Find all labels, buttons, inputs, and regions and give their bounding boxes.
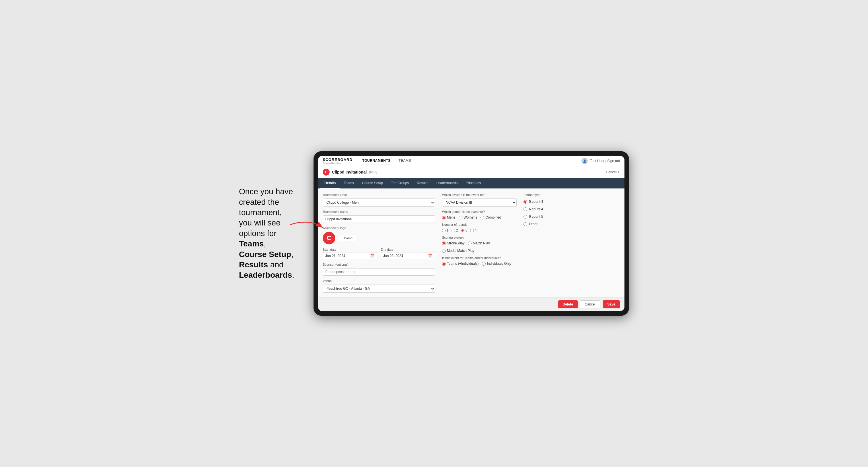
scoring-group: Scoring system Stroke Play Match Play (442, 236, 517, 253)
start-date-group: Start date 📅 (323, 248, 377, 259)
user-nav: 👤 Test User | Sign out (582, 158, 620, 164)
logo-area: SCOREBOARD Powered by clippd (323, 157, 352, 164)
rounds-3-radio[interactable] (461, 229, 464, 232)
scoring-match-label: Match Play (473, 241, 490, 245)
gender-womens-radio[interactable] (459, 216, 462, 219)
scoring-medal-option[interactable]: Medal Match Play (442, 249, 474, 253)
teams-radio-group: Teams (+Individuals) Individuals Only (442, 261, 517, 266)
tournament-title-row: C Clippd Invitational (Men) (323, 169, 377, 176)
rounds-2-option[interactable]: 2 (452, 228, 458, 232)
rounds-4-label: 4 (475, 228, 477, 232)
scoring-match-option[interactable]: Match Play (468, 241, 490, 245)
format-5count4-radio[interactable] (524, 200, 527, 204)
tournament-tag: (Men) (369, 170, 377, 174)
teams-plus-option[interactable]: Teams (+Individuals) (442, 261, 478, 266)
footer-bar: Delete Cancel Save (318, 297, 624, 311)
sponsor-input[interactable] (323, 268, 435, 276)
format-6count4-option[interactable]: 6 count 4 (524, 207, 620, 211)
calendar-icon: 📅 (370, 254, 375, 258)
tournament-name-group: Tournament name (323, 210, 435, 223)
start-date-input[interactable] (325, 254, 368, 258)
tournament-name-input[interactable] (323, 215, 435, 223)
format-6count5-radio[interactable] (524, 215, 527, 219)
tournament-header: C Clippd Invitational (Men) Cancel X (318, 166, 624, 178)
teams-plus-radio[interactable] (442, 262, 446, 266)
individuals-only-label: Individuals Only (487, 261, 511, 266)
logo-subtitle: Powered by clippd (323, 162, 352, 164)
venue-select[interactable]: Peachtree GC - Atlanta - GA (323, 285, 435, 292)
tab-leaderboards[interactable]: Leaderboards (432, 178, 462, 188)
end-date-label: End date (381, 248, 435, 251)
rounds-4-option[interactable]: 4 (470, 228, 477, 232)
rounds-1-option[interactable]: 1 (442, 228, 448, 232)
rounds-3-option[interactable]: 3 (461, 228, 467, 232)
tournament-name: Clippd Invitational (332, 170, 367, 175)
bold-results: Results (239, 260, 268, 269)
nav-tournaments[interactable]: TOURNAMENTS (362, 157, 391, 164)
logo-upload-area: C Upload (323, 232, 435, 244)
tournament-host-label: Tournament Host (323, 193, 435, 196)
user-signout[interactable]: Test User | Sign out (590, 159, 620, 163)
form-col-left: Tournament Host Clippd College - Men Tou… (323, 193, 435, 292)
gender-label: Which gender is the event for? (442, 210, 517, 213)
end-date-input[interactable] (383, 254, 426, 258)
save-button[interactable]: Save (603, 300, 620, 308)
gender-womens-option[interactable]: Womens (459, 215, 477, 219)
end-date-group: End date 📅 (381, 248, 435, 259)
cancel-button[interactable]: Cancel (580, 300, 600, 308)
start-date-wrap: 📅 (323, 252, 377, 259)
scoring-radio-group: Stroke Play Match Play Medal Match Play (442, 241, 517, 253)
rounds-4-radio[interactable] (470, 229, 474, 232)
format-other-option[interactable]: Other (524, 222, 620, 226)
tournament-host-select[interactable]: Clippd College - Men (323, 198, 435, 207)
rounds-1-radio[interactable] (442, 229, 446, 232)
division-group: Which division is the event for? NCAA Di… (442, 193, 517, 207)
format-other-radio[interactable] (524, 222, 527, 226)
rounds-2-radio[interactable] (452, 229, 455, 232)
tab-printables[interactable]: Printables (462, 178, 485, 188)
tab-teams[interactable]: Teams (340, 178, 358, 188)
logo-title: SCOREBOARD (323, 157, 352, 162)
division-select[interactable]: NCAA Division III (442, 198, 517, 207)
tablet-screen: SCOREBOARD Powered by clippd TOURNAMENTS… (318, 156, 624, 311)
format-5count4-option[interactable]: 5 count 4 (524, 200, 620, 204)
format-6count4-radio[interactable] (524, 208, 527, 211)
format-label: Format type (524, 193, 620, 196)
gender-group: Which gender is the event for? Mens Wome… (442, 210, 517, 219)
tournament-cancel-button[interactable]: Cancel X (606, 170, 620, 174)
tab-course-setup[interactable]: Course Setup (358, 178, 387, 188)
tournament-logo-label: Tournament logo (323, 226, 435, 230)
nav-teams[interactable]: TEAMS (398, 157, 412, 164)
tab-details[interactable]: Details (320, 178, 340, 188)
bold-course-setup: Course Setup (239, 250, 291, 259)
delete-button[interactable]: Delete (558, 300, 578, 308)
user-avatar: 👤 (582, 158, 588, 164)
rounds-3-label: 3 (465, 228, 467, 232)
format-6count5-option[interactable]: 6 count 5 (524, 215, 620, 219)
scoring-label: Scoring system (442, 236, 517, 239)
tablet-device: SCOREBOARD Powered by clippd TOURNAMENTS… (313, 151, 629, 316)
tab-results[interactable]: Results (413, 178, 432, 188)
individuals-only-option[interactable]: Individuals Only (482, 261, 511, 266)
tab-tee-groups[interactable]: Tee Groups (387, 178, 413, 188)
scoring-stroke-radio[interactable] (442, 242, 446, 245)
venue-group: Venue Peachtree GC - Atlanta - GA (323, 279, 435, 292)
scoring-medal-radio[interactable] (442, 249, 446, 253)
gender-womens-label: Womens (464, 215, 477, 219)
end-date-wrap: 📅 (381, 252, 435, 259)
individuals-only-radio[interactable] (482, 262, 486, 266)
gender-combined-radio[interactable] (480, 216, 484, 219)
upload-button[interactable]: Upload (339, 235, 356, 241)
scoring-match-radio[interactable] (468, 242, 472, 245)
gender-mens-option[interactable]: Mens (442, 215, 455, 219)
scoring-stroke-option[interactable]: Stroke Play (442, 241, 464, 245)
gender-combined-option[interactable]: Combined (480, 215, 501, 219)
top-navigation: SCOREBOARD Powered by clippd TOURNAMENTS… (318, 156, 624, 166)
form-col-mid: Which division is the event for? NCAA Di… (442, 193, 517, 292)
tournament-name-label: Tournament name (323, 210, 435, 213)
main-content: Tournament Host Clippd College - Men Tou… (318, 188, 624, 297)
gender-mens-radio[interactable] (442, 216, 446, 219)
venue-label: Venue (323, 279, 435, 283)
bold-teams: Teams (239, 239, 264, 248)
format-6count4-label: 6 count 4 (529, 207, 543, 211)
